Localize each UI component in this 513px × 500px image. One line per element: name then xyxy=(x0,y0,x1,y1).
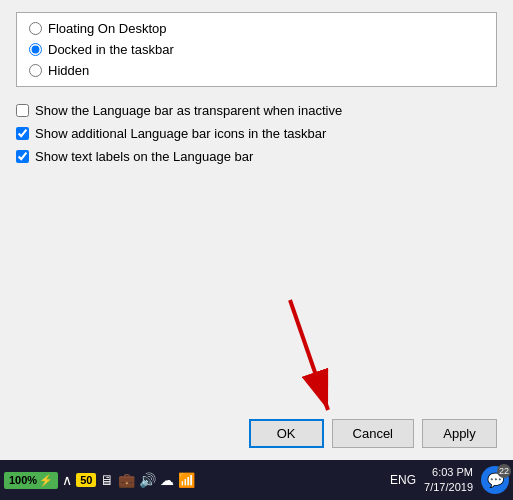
radio-floating-label: Floating On Desktop xyxy=(48,21,167,36)
date-display: 7/17/2019 xyxy=(424,480,473,495)
radio-item-docked: Docked in the taskbar xyxy=(29,42,484,57)
radio-docked[interactable] xyxy=(29,43,42,56)
apply-button[interactable]: Apply xyxy=(422,419,497,448)
number-badge: 50 xyxy=(76,473,96,487)
checkbox-item-transparent: Show the Language bar as transparent whe… xyxy=(16,103,497,118)
checkbox-group: Show the Language bar as transparent whe… xyxy=(16,99,497,168)
chat-icon[interactable]: 💬 22 xyxy=(481,466,509,494)
taskbar-left: 100% ⚡ ∧ 50 🖥 💼 🔊 ☁ 📶 xyxy=(4,472,195,489)
time-display: 6:03 PM xyxy=(424,465,473,480)
checkbox-additional-icons[interactable] xyxy=(16,127,29,140)
folder-icon: 💼 xyxy=(118,472,135,488)
checkbox-transparent-label: Show the Language bar as transparent whe… xyxy=(35,103,342,118)
checkbox-transparent[interactable] xyxy=(16,104,29,117)
battery-indicator: 100% ⚡ xyxy=(4,472,58,489)
radio-floating[interactable] xyxy=(29,22,42,35)
battery-icon: ⚡ xyxy=(39,474,53,487)
checkbox-item-text-labels: Show text labels on the Language bar xyxy=(16,149,497,164)
taskbar: 100% ⚡ ∧ 50 🖥 💼 🔊 ☁ 📶 ENG 6:03 PM 7/17/2… xyxy=(0,460,513,500)
arrow-annotation xyxy=(270,290,350,433)
radio-hidden[interactable] xyxy=(29,64,42,77)
radio-item-floating: Floating On Desktop xyxy=(29,21,484,36)
checkbox-item-additional-icons: Show additional Language bar icons in th… xyxy=(16,126,497,141)
checkbox-text-labels[interactable] xyxy=(16,150,29,163)
eng-label[interactable]: ENG xyxy=(390,473,416,487)
speaker-icon: 🔊 xyxy=(139,472,156,488)
cloud-icon: ☁ xyxy=(160,472,174,488)
radio-hidden-label: Hidden xyxy=(48,63,89,78)
wifi-icon: 📶 xyxy=(178,472,195,488)
monitor-icon: 🖥 xyxy=(100,472,114,488)
svg-line-1 xyxy=(290,300,328,410)
battery-percent: 100% xyxy=(9,474,37,486)
caret-up-icon[interactable]: ∧ xyxy=(62,472,72,488)
checkbox-text-labels-label: Show text labels on the Language bar xyxy=(35,149,253,164)
taskbar-right: ENG 6:03 PM 7/17/2019 💬 22 xyxy=(390,465,509,496)
radio-group: Floating On Desktop Docked in the taskba… xyxy=(16,12,497,87)
time-block: 6:03 PM 7/17/2019 xyxy=(424,465,473,496)
radio-docked-label: Docked in the taskbar xyxy=(48,42,174,57)
radio-item-hidden: Hidden xyxy=(29,63,484,78)
dialog: Floating On Desktop Docked in the taskba… xyxy=(0,0,513,460)
chat-badge: 22 xyxy=(497,464,511,478)
checkbox-additional-icons-label: Show additional Language bar icons in th… xyxy=(35,126,326,141)
